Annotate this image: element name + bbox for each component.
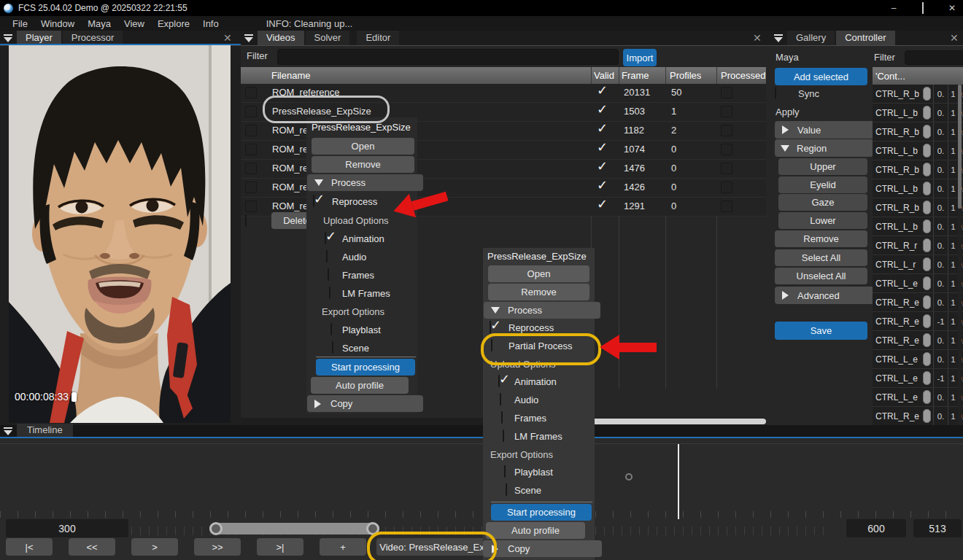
unselect-all-button[interactable]: Unselect All — [775, 268, 867, 284]
lm-frames-checkbox[interactable] — [329, 287, 330, 299]
partial-process-label[interactable]: Partial Process — [508, 341, 572, 351]
playblast-checkbox[interactable] — [504, 465, 506, 478]
row-checkbox[interactable] — [245, 144, 257, 155]
tab-videos[interactable]: Videos — [258, 31, 304, 45]
row-checkbox[interactable] — [245, 163, 257, 174]
process-dropdown[interactable]: Process — [307, 174, 423, 191]
remove-button[interactable]: Remove — [775, 230, 867, 247]
reprocess-checkbox[interactable] — [490, 321, 491, 333]
menu-item[interactable]: View — [117, 18, 151, 29]
row-checkbox[interactable] — [245, 87, 257, 98]
controller-toggle-pill[interactable] — [923, 87, 931, 101]
advanced-button[interactable]: Advanced — [775, 287, 875, 304]
panel-collapse-icon[interactable] — [4, 34, 12, 42]
menu-item[interactable]: Maya — [81, 18, 117, 29]
controller-row[interactable]: CTRL_L_e 0. 1 0. — [873, 274, 963, 293]
upper-button[interactable]: Upper — [778, 158, 867, 175]
animation-label[interactable]: Animation — [514, 376, 557, 387]
controller-toggle-pill[interactable] — [923, 390, 931, 404]
menu-item[interactable]: Explore — [151, 18, 196, 29]
panel-collapse-icon[interactable] — [244, 34, 253, 42]
row-checkbox[interactable] — [245, 125, 257, 136]
filter-input[interactable] — [277, 49, 619, 65]
controller-row[interactable]: CTRL_L_b 0. 1 0. — [873, 104, 963, 122]
tab-controller[interactable]: Controller — [836, 31, 894, 45]
open-menu-item[interactable]: Open — [312, 138, 414, 155]
controller-row[interactable]: CTRL_R_r 0. 1 0. — [873, 236, 963, 255]
panel-collapse-icon[interactable] — [774, 34, 783, 42]
add-selected-button[interactable]: Add selected — [775, 68, 867, 85]
playblast-label[interactable]: Playblast — [342, 324, 381, 335]
audio-checkbox[interactable] — [500, 393, 501, 405]
controller-toggle-pill[interactable] — [923, 219, 931, 233]
menu-item[interactable]: File — [6, 18, 34, 29]
partial-process-checkbox[interactable] — [491, 339, 492, 351]
panel-collapse-icon[interactable] — [4, 427, 12, 435]
reprocess-label[interactable]: Reprocess — [332, 196, 377, 207]
transport-button[interactable]: >| — [257, 538, 303, 556]
controller-row[interactable]: CTRL_R_b 0. 1 0. — [873, 160, 963, 179]
reprocess-label[interactable]: Reprocess — [508, 322, 554, 333]
row-checkbox[interactable] — [245, 201, 257, 212]
controller-row[interactable]: CTRL_L_b 0. 1 0. — [873, 141, 963, 160]
playhead[interactable] — [678, 444, 679, 519]
panel-close-icon[interactable]: ✕ — [753, 33, 762, 43]
controller-row[interactable]: CTRL_R_e 0. 1 0. — [873, 407, 963, 425]
video-select-button[interactable]: Video: PressRelease_Ex — [376, 538, 487, 556]
process-dropdown[interactable]: Process — [484, 302, 600, 319]
processed-checkbox[interactable] — [721, 201, 732, 212]
frames-label[interactable]: Frames — [342, 270, 374, 281]
controller-toggle-pill[interactable] — [923, 106, 931, 120]
controller-toggle-pill[interactable] — [923, 201, 931, 214]
minimize-button[interactable]: – — [889, 3, 899, 13]
value-button[interactable]: Value — [775, 121, 875, 139]
slider-handle-right[interactable] — [366, 522, 379, 535]
start-processing-button[interactable]: Start processing — [316, 359, 415, 376]
lm-frames-checkbox[interactable] — [503, 429, 504, 442]
processed-checkbox[interactable] — [721, 125, 732, 136]
audio-label[interactable]: Audio — [342, 252, 366, 262]
audio-checkbox[interactable] — [326, 250, 328, 262]
processed-checkbox[interactable] — [721, 163, 732, 174]
row-checkbox[interactable] — [245, 182, 257, 193]
controller-toggle-pill[interactable] — [923, 276, 931, 290]
gaze-button[interactable]: Gaze — [778, 194, 867, 211]
tab-processor[interactable]: Processor — [63, 31, 123, 45]
tab-solver[interactable]: Solver — [306, 31, 350, 45]
scene-label[interactable]: Scene — [342, 343, 369, 354]
processed-checkbox[interactable] — [721, 144, 732, 155]
transport-button[interactable]: << — [69, 538, 115, 556]
controller-row[interactable]: CTRL_L_b 0. 1 0. — [873, 217, 963, 236]
tab-player[interactable]: Player — [17, 31, 61, 45]
controller-toggle-pill[interactable] — [923, 163, 931, 176]
lower-button[interactable]: Lower — [778, 212, 867, 229]
controller-row[interactable]: CTRL_R_b 0. 1 0. — [873, 85, 963, 104]
range-start-field[interactable]: 300 — [6, 519, 128, 537]
processed-checkbox[interactable] — [721, 106, 732, 117]
controller-row[interactable]: CTRL_L_b 0. 1 0. — [873, 179, 963, 198]
animation-checkbox[interactable] — [498, 375, 500, 387]
controller-toggle-pill[interactable] — [923, 125, 931, 139]
scrollbar-thumb[interactable] — [958, 85, 962, 209]
transport-button[interactable]: > — [131, 538, 178, 556]
scene-checkbox[interactable] — [506, 483, 507, 496]
save-button[interactable]: Save — [775, 322, 867, 340]
controller-toggle-pill[interactable] — [923, 295, 931, 309]
frames-checkbox[interactable] — [501, 411, 503, 424]
table-row[interactable]: ROM_reference 20131 50 — [241, 84, 766, 103]
scene-checkbox[interactable] — [332, 341, 333, 354]
controller-toggle-pill[interactable] — [923, 409, 931, 423]
eyelid-button[interactable]: Eyelid — [778, 176, 867, 193]
range-end-field[interactable]: 600 — [846, 519, 906, 537]
row-checkbox[interactable] — [245, 106, 257, 117]
select-all-button[interactable]: Select All — [775, 249, 867, 266]
lm-frames-label[interactable]: LM Frames — [514, 431, 562, 442]
playblast-checkbox[interactable] — [330, 323, 332, 335]
controller-toggle-pill[interactable] — [923, 144, 931, 158]
panel-close-icon[interactable]: ✕ — [223, 33, 232, 43]
slider-handle-left[interactable] — [209, 522, 223, 535]
controller-toggle-pill[interactable] — [923, 314, 931, 328]
frames-label[interactable]: Frames — [514, 413, 546, 424]
controller-filter-input[interactable] — [905, 50, 963, 65]
start-processing-button[interactable]: Start processing — [491, 504, 592, 521]
